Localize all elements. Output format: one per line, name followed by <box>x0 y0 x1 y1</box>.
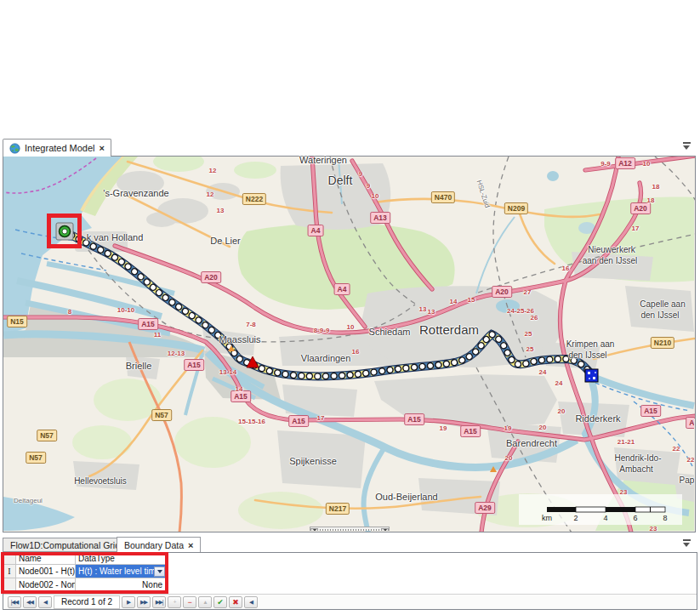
nav-endedit-button[interactable]: ✔ <box>213 596 227 608</box>
tab-computational-grid[interactable]: Flow1D:Computational Grid <box>3 538 128 552</box>
tab-label: Boundary Data <box>124 540 184 550</box>
record-counter: Record 1 of 2 <box>54 595 120 609</box>
nav-prev-page-button[interactable]: ◀◀ <box>23 596 37 608</box>
nav-next-button[interactable]: ▶ <box>122 596 135 608</box>
map-canvas[interactable] <box>3 157 695 532</box>
splitter-right-arrow-icon[interactable] <box>381 528 389 531</box>
tab-boundary-data[interactable]: Boundary Data × <box>117 537 201 552</box>
splitter-left-arrow-icon[interactable] <box>310 528 318 531</box>
tab-close-icon[interactable]: × <box>100 144 105 152</box>
tab-list-dropdown-icon[interactable] <box>683 142 691 151</box>
nav-next-page-button[interactable]: ▶▶ <box>137 596 151 608</box>
nav-prev-button[interactable]: ◀ <box>38 596 52 608</box>
annotation-box-map <box>47 214 82 248</box>
nav-append-button[interactable]: + <box>168 596 181 608</box>
tab-list-dropdown-icon[interactable] <box>683 539 691 548</box>
tab-integrated-model[interactable]: Integrated Model × <box>3 139 111 157</box>
annotation-box-table <box>1 552 168 594</box>
splitter-dots <box>320 529 379 531</box>
bottom-tab-bar: Flow1D:Computational Grid Boundary Data … <box>3 537 697 552</box>
tab-close-icon[interactable]: × <box>188 541 193 550</box>
record-navigator: |◀◀◀◀◀Record 1 of 2▶▶▶▶▶|+−▲✔✖◀ <box>3 594 697 609</box>
nav-cancel-button[interactable]: ✖ <box>229 596 242 608</box>
nav-edit-button[interactable]: ▲ <box>198 596 212 608</box>
document-tab-bar: Integrated Model × <box>3 139 697 156</box>
nav-scroll-left-button[interactable]: ◀ <box>244 596 258 608</box>
nav-first-button[interactable]: |◀◀ <box>8 596 21 608</box>
map-splitter-handle[interactable] <box>310 527 390 531</box>
map-view[interactable] <box>3 156 696 532</box>
application-window: { "colors":{"annotation_red":"#e81f27","… <box>0 0 700 615</box>
nav-last-button[interactable]: ▶▶| <box>152 596 166 608</box>
nav-delete-button[interactable]: − <box>183 596 196 608</box>
tab-label: Flow1D:Computational Grid <box>10 540 120 550</box>
boundary-node[interactable] <box>585 369 598 382</box>
tab-label: Integrated Model <box>25 143 95 153</box>
map-scale-bar <box>519 494 682 525</box>
globe-icon <box>9 143 20 154</box>
